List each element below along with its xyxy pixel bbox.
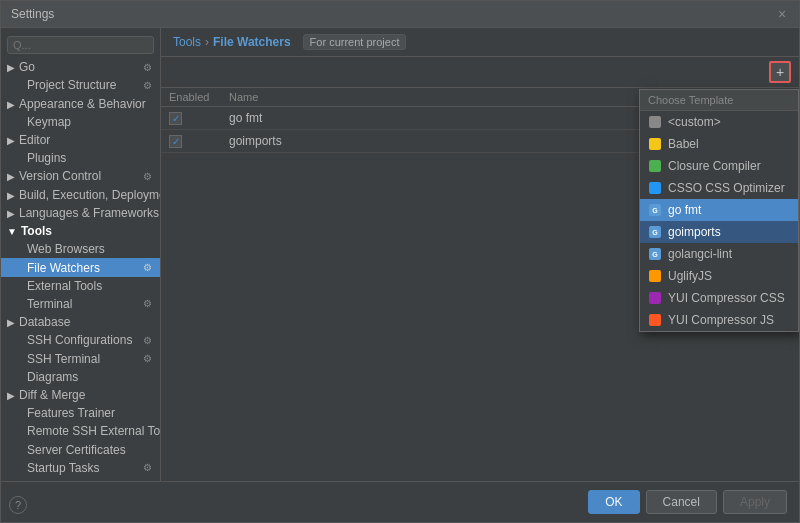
main-content: Tools › File Watchers For current projec… bbox=[161, 28, 799, 481]
closure-icon bbox=[648, 159, 662, 173]
sidebar-item-go[interactable]: ▶Go ⚙ bbox=[1, 58, 160, 76]
dialog-title: Settings bbox=[11, 7, 54, 21]
close-button[interactable]: × bbox=[775, 7, 789, 21]
sidebar-item-features-trainer[interactable]: Features Trainer bbox=[1, 404, 160, 422]
arrow-icon: ▶ bbox=[7, 135, 15, 146]
sidebar-item-database[interactable]: ▶Database bbox=[1, 313, 160, 331]
sidebar-item-web-browsers[interactable]: Web Browsers bbox=[1, 240, 160, 258]
yui-js-icon bbox=[648, 313, 662, 327]
sidebar: ▶Go ⚙ Project Structure ⚙ ▶Appearance & … bbox=[1, 28, 161, 481]
dropdown-item-babel[interactable]: Babel bbox=[640, 133, 798, 155]
breadcrumb-tools[interactable]: Tools bbox=[173, 35, 201, 49]
custom-icon bbox=[648, 115, 662, 129]
gear-icon: ⚙ bbox=[143, 80, 152, 91]
search-box[interactable] bbox=[7, 36, 154, 54]
sidebar-item-ssh-configs[interactable]: SSH Configurations ⚙ bbox=[1, 331, 160, 349]
go-icon: G bbox=[649, 204, 661, 216]
arrow-icon: ▶ bbox=[7, 208, 15, 219]
sidebar-item-diagrams[interactable]: Diagrams bbox=[1, 368, 160, 386]
dropdown-title: Choose Template bbox=[640, 90, 798, 111]
search-input[interactable] bbox=[13, 39, 148, 51]
gear-icon: ⚙ bbox=[143, 298, 152, 309]
ok-button[interactable]: OK bbox=[588, 490, 639, 514]
sidebar-item-file-watchers[interactable]: File Watchers ⚙ bbox=[1, 258, 160, 276]
breadcrumb-tag[interactable]: For current project bbox=[303, 34, 407, 50]
table-toolbar: + bbox=[161, 57, 799, 88]
babel-icon bbox=[648, 137, 662, 151]
arrow-icon: ▶ bbox=[7, 390, 15, 401]
yui-css-icon bbox=[648, 291, 662, 305]
breadcrumb: Tools › File Watchers For current projec… bbox=[161, 28, 799, 57]
cancel-button[interactable]: Cancel bbox=[646, 490, 717, 514]
arrow-icon: ▶ bbox=[7, 171, 15, 182]
gofmt-icon: G bbox=[648, 203, 662, 217]
dropdown-item-yui-css[interactable]: YUI Compressor CSS bbox=[640, 287, 798, 309]
dropdown-item-yui-js[interactable]: YUI Compressor JS bbox=[640, 309, 798, 331]
sidebar-item-server-certs[interactable]: Server Certificates bbox=[1, 441, 160, 459]
go-icon: G bbox=[649, 248, 661, 260]
gear-icon: ⚙ bbox=[143, 353, 152, 364]
sidebar-item-remote-ssh[interactable]: Remote SSH External Tools bbox=[1, 422, 160, 440]
col-enabled: Enabled bbox=[169, 91, 229, 103]
gear-icon: ⚙ bbox=[143, 171, 152, 182]
settings-dialog: Settings × ▶Go ⚙ Project Structure ⚙ ▶Ap… bbox=[0, 0, 800, 523]
sidebar-item-build[interactable]: ▶Build, Execution, Deployment bbox=[1, 186, 160, 204]
sidebar-item-languages[interactable]: ▶Languages & Frameworks bbox=[1, 204, 160, 222]
breadcrumb-file-watchers[interactable]: File Watchers bbox=[213, 35, 291, 49]
sidebar-item-editor[interactable]: ▶Editor bbox=[1, 131, 160, 149]
arrow-icon: ▶ bbox=[7, 317, 15, 328]
dropdown-item-goimports[interactable]: G goimports bbox=[640, 221, 798, 243]
apply-button[interactable]: Apply bbox=[723, 490, 787, 514]
gear-icon: ⚙ bbox=[143, 62, 152, 73]
table-container: + Enabled Name Level ▲ go fmt bbox=[161, 57, 799, 481]
title-bar: Settings × bbox=[1, 1, 799, 28]
sidebar-item-startup-tasks[interactable]: Startup Tasks ⚙ bbox=[1, 459, 160, 477]
sidebar-item-tools[interactable]: ▼Tools bbox=[1, 222, 160, 240]
col-name: Name bbox=[229, 91, 691, 103]
goimports-icon: G bbox=[648, 225, 662, 239]
dropdown-item-gofmt[interactable]: G go fmt bbox=[640, 199, 798, 221]
breadcrumb-separator: › bbox=[205, 35, 209, 49]
row-name-gofmt: go fmt bbox=[229, 111, 691, 125]
gear-icon: ⚙ bbox=[143, 462, 152, 473]
golangci-icon: G bbox=[648, 247, 662, 261]
sidebar-item-terminal[interactable]: Terminal ⚙ bbox=[1, 295, 160, 313]
sidebar-item-ssh-terminal[interactable]: SSH Terminal ⚙ bbox=[1, 350, 160, 368]
sidebar-item-diff-merge[interactable]: ▶Diff & Merge bbox=[1, 386, 160, 404]
add-button[interactable]: + bbox=[769, 61, 791, 83]
sidebar-item-project-structure[interactable]: Project Structure ⚙ bbox=[1, 76, 160, 94]
dropdown-item-custom[interactable]: <custom> bbox=[640, 111, 798, 133]
dropdown-item-golangci[interactable]: G golangci-lint bbox=[640, 243, 798, 265]
arrow-icon: ▶ bbox=[7, 99, 15, 110]
arrow-icon: ▶ bbox=[7, 190, 15, 201]
checkbox-goimports[interactable] bbox=[169, 135, 182, 148]
dropdown-item-csso[interactable]: CSSO CSS Optimizer bbox=[640, 177, 798, 199]
gear-icon: ⚙ bbox=[143, 262, 152, 273]
dialog-footer: ? OK Cancel Apply bbox=[1, 481, 799, 522]
help-button[interactable]: ? bbox=[9, 496, 27, 514]
sidebar-item-appearance[interactable]: ▶Appearance & Behavior bbox=[1, 94, 160, 112]
sidebar-item-plugins[interactable]: Plugins bbox=[1, 149, 160, 167]
gear-icon: ⚙ bbox=[143, 335, 152, 346]
go-icon: G bbox=[649, 226, 661, 238]
csso-icon bbox=[648, 181, 662, 195]
sidebar-item-version-control[interactable]: ▶Version Control ⚙ bbox=[1, 167, 160, 185]
sidebar-item-external-tools[interactable]: External Tools bbox=[1, 277, 160, 295]
row-name-goimports: goimports bbox=[229, 134, 691, 148]
arrow-icon: ▶ bbox=[7, 62, 15, 73]
choose-template-dropdown: Choose Template <custom> Babel bbox=[639, 89, 799, 332]
dropdown-item-closure[interactable]: Closure Compiler bbox=[640, 155, 798, 177]
uglifjs-icon bbox=[648, 269, 662, 283]
arrow-icon: ▼ bbox=[7, 226, 17, 237]
dialog-body: ▶Go ⚙ Project Structure ⚙ ▶Appearance & … bbox=[1, 28, 799, 481]
sidebar-item-keymap[interactable]: Keymap bbox=[1, 113, 160, 131]
dropdown-item-uglifjs[interactable]: UglifyJS bbox=[640, 265, 798, 287]
checkbox-gofmt[interactable] bbox=[169, 112, 182, 125]
